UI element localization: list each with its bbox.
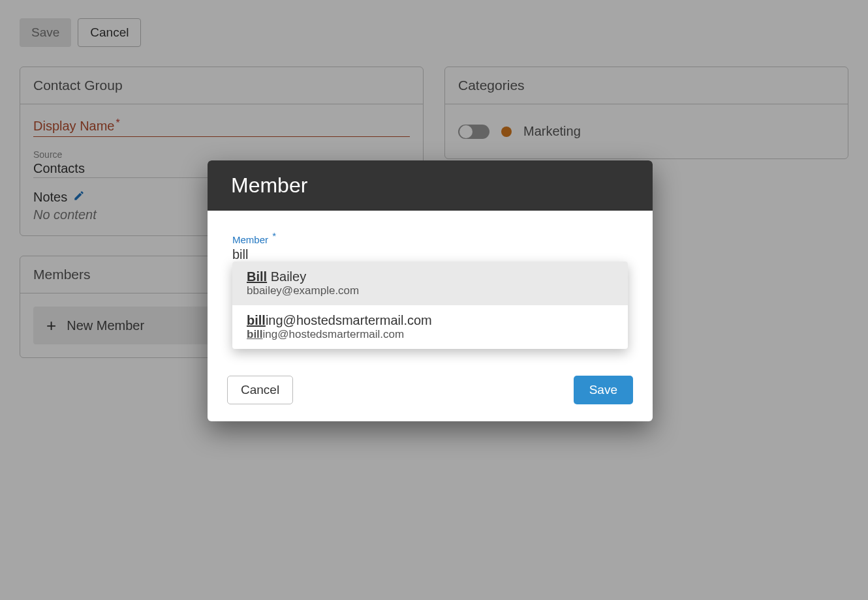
member-field-label: Member <box>232 234 268 245</box>
modal-cancel-button[interactable]: Cancel <box>227 376 293 404</box>
modal-title: Member <box>208 160 653 211</box>
required-star-icon: * <box>270 230 276 241</box>
autocomplete-secondary: bbailey@example.com <box>247 284 613 297</box>
autocomplete-item[interactable]: billing@hostedsmartermail.combilling@hos… <box>232 305 628 349</box>
autocomplete-primary: Bill Bailey <box>247 269 613 284</box>
autocomplete-secondary: billing@hostedsmartermail.com <box>247 328 613 341</box>
autocomplete-item[interactable]: Bill Baileybbailey@example.com <box>232 262 628 305</box>
autocomplete-dropdown: Bill Baileybbailey@example.combilling@ho… <box>232 262 628 349</box>
member-modal: Member Member * Bill Baileybbailey@examp… <box>208 160 653 421</box>
autocomplete-primary: billing@hostedsmartermail.com <box>247 313 613 328</box>
modal-save-button[interactable]: Save <box>574 376 633 404</box>
